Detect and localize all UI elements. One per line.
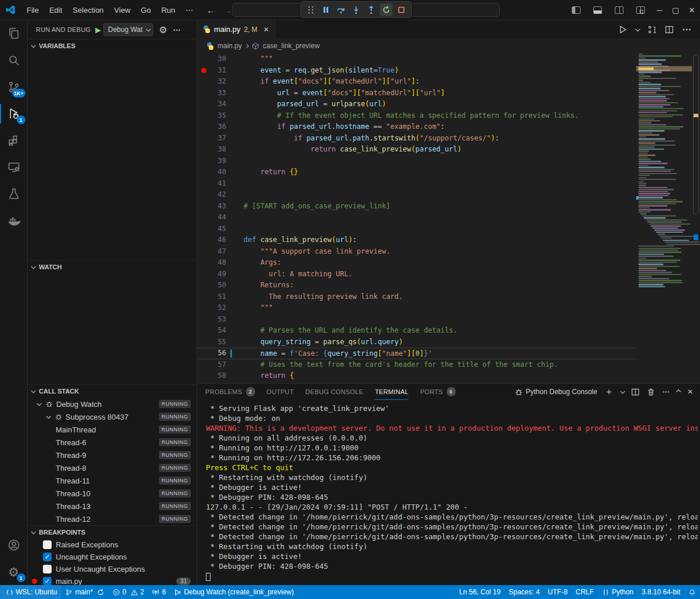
- step-out-button[interactable]: [365, 3, 378, 16]
- breakpoint-margin[interactable]: [197, 68, 210, 73]
- split-terminal-icon[interactable]: [631, 388, 640, 396]
- call-stack-row[interactable]: Thread-6RUNNING: [28, 436, 197, 449]
- run-python-file-icon[interactable]: [618, 25, 628, 34]
- restart-button[interactable]: [380, 3, 393, 16]
- panel-tab-ports[interactable]: PORTS6: [420, 384, 455, 400]
- step-into-button[interactable]: [350, 3, 362, 16]
- status-indentation[interactable]: Spaces: 4: [505, 585, 543, 599]
- menu-edit[interactable]: Edit: [44, 3, 67, 17]
- tab-close-icon[interactable]: ✕: [263, 26, 269, 34]
- call-stack-section-header[interactable]: CALL STACK: [28, 385, 197, 398]
- panel-tab-problems[interactable]: PROBLEMS2: [205, 384, 255, 400]
- call-stack-row[interactable]: Thread-12RUNNING: [28, 513, 197, 525]
- breakpoint-row[interactable]: ✓Uncaught Exceptions: [28, 551, 197, 563]
- panel-tab-label: OUTPUT: [267, 388, 294, 395]
- kill-terminal-icon[interactable]: [647, 388, 655, 396]
- activity-settings-icon[interactable]: ⚙1: [0, 558, 28, 585]
- call-stack-row[interactable]: Thread-10RUNNING: [28, 487, 197, 500]
- pause-button[interactable]: [320, 3, 332, 16]
- customize-layout-icon[interactable]: [636, 6, 645, 14]
- breakpoint-row[interactable]: User Uncaught Exceptions: [28, 563, 197, 575]
- status-cursor-position[interactable]: Ln 56, Col 19: [455, 585, 505, 599]
- breadcrumb-symbol[interactable]: case_link_preview: [263, 42, 320, 50]
- toggle-sidebar-icon[interactable]: [572, 6, 581, 14]
- call-stack-row[interactable]: Thread-9RUNNING: [28, 449, 197, 461]
- maximize-button[interactable]: ▢: [668, 0, 684, 20]
- editor-scrollbar[interactable]: [692, 53, 700, 383]
- status-ports-status[interactable]: 6: [148, 585, 170, 599]
- breakpoint-checkbox[interactable]: ✓: [43, 577, 52, 585]
- status-python-version[interactable]: 3.8.10 64-bit: [637, 585, 684, 599]
- breakpoint-row[interactable]: Raised Exceptions: [28, 539, 197, 551]
- code-line: 36 if parsed_url.hostname == "example.co…: [197, 121, 636, 133]
- panel-more-actions-icon[interactable]: ⋯: [662, 388, 670, 396]
- code-area[interactable]: 30 """31 event = req.get_json(silent=Tru…: [197, 53, 636, 383]
- close-panel-icon[interactable]: ✕: [687, 388, 693, 396]
- activity-source-control-icon[interactable]: 1K+: [0, 74, 28, 100]
- nav-back-icon[interactable]: ←: [206, 5, 215, 15]
- new-terminal-icon[interactable]: ＋: [604, 386, 614, 398]
- menu-run[interactable]: Run: [156, 3, 180, 17]
- menu-[interactable]: ⋯: [180, 3, 198, 17]
- minimize-button[interactable]: ─: [651, 0, 668, 20]
- close-button[interactable]: ✕: [684, 0, 700, 20]
- tab-main-py[interactable]: main.py 2, M ✕: [197, 20, 275, 38]
- editor-more-actions-icon[interactable]: ⋯: [682, 24, 692, 35]
- menu-selection[interactable]: Selection: [67, 3, 108, 17]
- breakpoint-checkbox[interactable]: ✓: [43, 553, 52, 561]
- call-stack-row[interactable]: MainThreadRUNNING: [28, 423, 197, 436]
- toggle-secondary-sidebar-icon[interactable]: [615, 6, 623, 14]
- panel-tab-debug-console[interactable]: DEBUG CONSOLE: [306, 384, 364, 400]
- breakpoint-checkbox[interactable]: [43, 565, 52, 573]
- activity-docker-icon[interactable]: [0, 207, 28, 234]
- toolbar-grip[interactable]: [304, 3, 317, 16]
- sidebar-more-actions-icon[interactable]: ⋯: [173, 26, 181, 34]
- activity-explorer-icon[interactable]: [0, 20, 28, 47]
- status-language[interactable]: Python: [598, 585, 637, 599]
- open-changes-icon[interactable]: [647, 25, 657, 34]
- status-remote[interactable]: WSL: Ubuntu: [0, 585, 61, 599]
- call-stack-row[interactable]: Thread-11RUNNING: [28, 474, 197, 487]
- menu-file[interactable]: File: [21, 3, 44, 17]
- step-over-button[interactable]: [335, 3, 347, 16]
- run-dropdown-chevron-icon[interactable]: [635, 27, 640, 31]
- stop-button[interactable]: [395, 3, 408, 16]
- status-eol[interactable]: CRLF: [572, 585, 598, 599]
- activity-run-and-debug-icon[interactable]: 1: [0, 100, 28, 127]
- terminal-dropdown-chevron-icon[interactable]: [620, 389, 625, 394]
- breakpoints-section-header[interactable]: BREAKPOINTS: [28, 526, 197, 539]
- terminal-output[interactable]: * Serving Flask app 'create_link_preview…: [206, 403, 698, 584]
- split-editor-icon[interactable]: [665, 25, 674, 34]
- breadcrumb-file[interactable]: main.py: [217, 42, 242, 50]
- call-stack-row[interactable]: Debug WatchRUNNING: [28, 398, 197, 410]
- maximize-panel-icon[interactable]: [676, 389, 681, 394]
- call-stack-row[interactable]: Subprocess 80437RUNNING: [28, 410, 197, 423]
- toggle-panel-icon[interactable]: [593, 6, 602, 14]
- activity-remote-explorer-icon[interactable]: [0, 154, 28, 181]
- activity-testing-icon[interactable]: [0, 181, 28, 207]
- debug-settings-gear-icon[interactable]: ⚙: [159, 24, 167, 35]
- status-notifications[interactable]: [684, 585, 700, 599]
- minimap[interactable]: [636, 53, 692, 383]
- activity-search-icon[interactable]: [0, 47, 28, 74]
- status-debug-status[interactable]: Debug Watch (create_link_preview): [170, 585, 298, 599]
- menu-go[interactable]: Go: [136, 3, 156, 17]
- status-encoding[interactable]: UTF-8: [544, 585, 572, 599]
- call-stack-row[interactable]: Thread-13RUNNING: [28, 500, 197, 513]
- panel-tab-terminal[interactable]: TERMINAL: [375, 384, 408, 400]
- panel-tab-output[interactable]: OUTPUT: [267, 384, 294, 400]
- menu-view[interactable]: View: [109, 3, 136, 17]
- activity-extensions-icon[interactable]: [0, 127, 28, 154]
- breakpoint-row[interactable]: ✓main.py31: [28, 575, 197, 585]
- status-branch[interactable]: main*: [61, 585, 108, 599]
- start-debug-icon[interactable]: ▶: [95, 26, 101, 34]
- variables-section-header[interactable]: VARIABLES: [28, 39, 197, 52]
- call-stack-row[interactable]: Thread-8RUNNING: [28, 461, 197, 474]
- status-problems[interactable]: 02: [108, 585, 148, 599]
- activity-accounts-icon[interactable]: [0, 532, 28, 558]
- launch-config-dropdown[interactable]: Debug Wat: [103, 23, 153, 36]
- terminal-instance-label[interactable]: Python Debug Console: [514, 388, 597, 396]
- breakpoint-checkbox[interactable]: [43, 540, 52, 549]
- watch-section-header[interactable]: WATCH: [28, 261, 197, 273]
- chevron-down-icon: [31, 388, 35, 393]
